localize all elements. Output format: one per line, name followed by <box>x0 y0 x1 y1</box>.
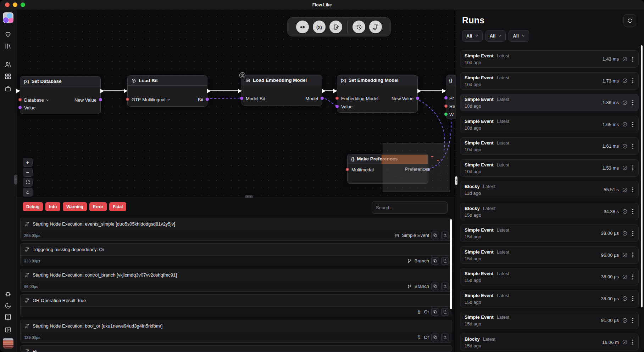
pin-dot-re[interactable] <box>444 104 448 108</box>
copy-button[interactable] <box>431 257 439 265</box>
library-icon[interactable] <box>4 42 12 50</box>
maximize-window-button[interactable] <box>21 2 25 7</box>
run-menu-button[interactable] <box>631 252 635 258</box>
app-logo-icon[interactable] <box>3 12 13 23</box>
refresh-runs-button[interactable] <box>623 14 636 27</box>
run-item[interactable]: Simple Event Latest 15d ago 91.00 µs <box>460 312 639 329</box>
zoom-out-button[interactable]: − <box>23 168 33 177</box>
node-set-embedding-model[interactable]: (x) Set Embedding Model Embedding Model … <box>337 75 418 113</box>
run-item[interactable]: Simple Event Latest 10d ago 1.73 ms <box>460 72 639 90</box>
step-into-button[interactable] <box>296 21 309 33</box>
right-resize-handle[interactable] <box>455 176 457 185</box>
run-menu-button[interactable] <box>631 274 635 280</box>
open-log-button[interactable] <box>441 308 449 316</box>
log-filter-chip[interactable]: Error <box>89 202 107 211</box>
open-log-button[interactable] <box>441 232 449 239</box>
user-avatar[interactable] <box>3 338 13 348</box>
log-scrollbar[interactable] <box>450 219 452 309</box>
log-entry[interactable]: Triggering missing dependency: Or 233.00… <box>20 243 452 266</box>
left-resize-handle[interactable] <box>14 175 17 184</box>
exec-input-pin[interactable] <box>124 89 127 93</box>
runs-filter-dropdown[interactable]: All <box>509 30 529 42</box>
run-item[interactable]: Simple Event Latest 15d ago 96.00 µs <box>460 246 639 264</box>
output-pin-bit[interactable]: Bit <box>198 97 203 102</box>
run-item[interactable]: Simple Event Latest 10d ago 1.86 ms <box>460 94 639 111</box>
zoom-in-button[interactable]: + <box>23 158 33 167</box>
run-menu-button[interactable] <box>631 56 635 62</box>
pin-dot-value[interactable] <box>335 105 339 108</box>
output-pin-new-value[interactable]: New Value <box>392 96 413 101</box>
exec-input-pin[interactable] <box>333 89 337 93</box>
input-pin-gte-multilingual[interactable]: GTE Multilingual <box>132 97 170 102</box>
store-bag-icon[interactable] <box>4 84 12 93</box>
input-pin-multimodal[interactable]: Multimodal <box>351 167 374 172</box>
fit-view-button[interactable] <box>23 178 33 187</box>
log-filter-chip[interactable]: Warning <box>63 202 87 211</box>
history-button[interactable] <box>352 21 365 33</box>
output-pin-model[interactable]: Model <box>306 96 318 101</box>
favorites-heart-icon[interactable] <box>4 30 12 38</box>
node-load-embedding-model[interactable]: Load Embedding Model Model Bit Model <box>242 75 322 106</box>
pin-dot-multimodal[interactable] <box>346 168 349 171</box>
bug-report-icon[interactable] <box>4 289 12 298</box>
run-menu-button[interactable] <box>631 165 635 171</box>
pin-dot-pr[interactable] <box>444 96 448 100</box>
log-entry[interactable]: Hi <box>20 345 452 352</box>
log-entry[interactable]: Starting Node Execution: bool_or [uxu1ne… <box>20 320 452 343</box>
log-entry[interactable]: OR Operation Result: true <box>20 294 452 317</box>
input-pin-embedding-model[interactable]: Embedding Model <box>341 96 378 101</box>
people-icon[interactable] <box>4 60 12 69</box>
run-menu-button[interactable] <box>631 295 635 302</box>
pin-dot-new-value[interactable] <box>99 98 102 101</box>
run-item[interactable]: Simple Event Latest 15d ago 38.00 µs <box>460 225 639 242</box>
log-entry[interactable]: Starting Node Execution: control_branch … <box>20 269 452 292</box>
docs-book-icon[interactable] <box>4 313 12 322</box>
input-pin-value[interactable]: Value <box>24 105 35 110</box>
log-filter-chip[interactable]: Info <box>45 202 60 211</box>
pin-pr[interactable]: Pr <box>449 96 454 101</box>
run-item[interactable]: Simple Event Latest 10d ago 1.53 ms <box>460 159 639 177</box>
run-menu-button[interactable] <box>631 230 635 237</box>
pin-dot-gte[interactable] <box>126 98 129 101</box>
node-partial-right[interactable]: {} Pr Re W <box>446 75 456 119</box>
exec-input-pin[interactable] <box>16 89 20 93</box>
run-item[interactable]: Blocky Latest 15d ago 34.38 s <box>460 203 639 220</box>
run-item[interactable]: Simple Event Latest 10d ago 1.65 ms <box>460 116 639 133</box>
pin-dot-embedding-model[interactable] <box>335 97 339 100</box>
runs-filter-dropdown[interactable]: All <box>462 30 483 42</box>
pin-dot-new-value[interactable] <box>416 97 419 100</box>
runs-filter-dropdown[interactable]: All <box>485 30 506 42</box>
exec-output-pin[interactable] <box>207 89 211 93</box>
run-item[interactable]: Simple Event Latest 15d ago 38.00 µs <box>460 268 639 285</box>
run-item[interactable]: Simple Event Latest 15d ago 38.00 µs <box>460 290 639 307</box>
log-filter-chip[interactable]: Debug <box>23 202 43 211</box>
pin-re[interactable]: Re <box>449 104 455 109</box>
pin-dot-model[interactable] <box>321 97 324 100</box>
pin-dot-bit[interactable] <box>206 98 209 101</box>
input-pin-model-bit[interactable]: Model Bit <box>246 96 265 101</box>
runs-scrollbar[interactable] <box>641 45 643 307</box>
pin-w[interactable]: W <box>449 112 454 117</box>
open-log-button[interactable] <box>441 257 449 265</box>
horizontal-resize-handle[interactable] <box>245 195 253 198</box>
exec-output-pin[interactable] <box>322 89 326 93</box>
script-button[interactable] <box>369 21 382 33</box>
pin-dot-database[interactable] <box>18 98 22 101</box>
output-pin-preferences[interactable]: Preferences <box>405 166 430 172</box>
log-search-input[interactable]: Search... <box>372 201 448 214</box>
run-item[interactable]: Blocky Latest 11d ago 55.51 s <box>460 181 639 198</box>
input-pin-value[interactable]: Value <box>341 104 352 109</box>
copy-button[interactable] <box>431 334 439 341</box>
apps-grid-icon[interactable] <box>4 72 12 80</box>
run-menu-button[interactable] <box>631 187 635 193</box>
pin-dot-value[interactable] <box>18 106 22 109</box>
run-menu-button[interactable] <box>631 317 635 324</box>
pin-dot-w[interactable] <box>444 113 448 116</box>
run-menu-button[interactable] <box>631 121 635 127</box>
run-menu-button[interactable] <box>631 78 635 84</box>
run-item[interactable]: Blocky Latest 15d ago 16.06 m <box>460 334 639 351</box>
pin-dot-model-bit[interactable] <box>240 97 243 100</box>
log-entry[interactable]: Starting Node Execution: events_simple [… <box>20 218 452 241</box>
copy-button[interactable] <box>431 283 439 290</box>
run-menu-button[interactable] <box>631 143 635 149</box>
